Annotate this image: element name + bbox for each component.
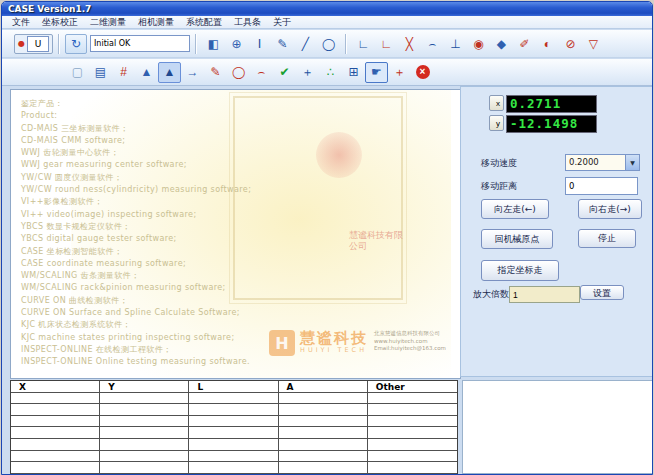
- goto-point-glyph: →: [187, 66, 199, 78]
- product-line-7: YW/CW round ness(cylindricity) measuring…: [21, 184, 451, 196]
- table-cell: [11, 439, 100, 451]
- plane-feature-tool-icon[interactable]: ◆: [490, 33, 513, 54]
- product-line-16: CURVE ON 曲线检测软件；: [21, 295, 451, 307]
- pen-tool-icon[interactable]: ✎: [271, 33, 294, 54]
- arc-tool-icon[interactable]: ⌢: [421, 33, 444, 54]
- runout-tool-icon[interactable]: ⊘: [559, 33, 582, 54]
- title-bar[interactable]: CASE Version1.7: [2, 2, 652, 16]
- result-output-panel[interactable]: [462, 380, 653, 474]
- refresh-icon[interactable]: ↻: [65, 34, 87, 54]
- distance-input[interactable]: [565, 177, 638, 195]
- x-axis-button[interactable]: x: [489, 95, 504, 111]
- scatter-points-icon[interactable]: ∴: [319, 62, 342, 83]
- product-line-2: CD-MAIS 三坐标测量软件；: [21, 123, 451, 135]
- product-line-10: YBCS 数显卡规检定仪软件；: [21, 221, 451, 233]
- distance-feature-tool-icon[interactable]: ◐: [536, 33, 559, 54]
- table-cell: [368, 404, 457, 416]
- menu-item-3[interactable]: 相机测量: [132, 16, 180, 29]
- move-left-button[interactable]: 向左走(←): [481, 199, 549, 219]
- probe-tool-icon[interactable]: ⊕: [225, 33, 248, 54]
- set-button[interactable]: 设置: [580, 285, 624, 300]
- move-right-button[interactable]: 向右走(→): [578, 199, 642, 219]
- goto-coordinate-button[interactable]: 指定坐标走: [481, 260, 559, 281]
- red-plus-icon[interactable]: ＋: [388, 62, 411, 83]
- new-page-icon[interactable]: ▢: [66, 62, 89, 83]
- table-cell: [189, 427, 278, 439]
- stop-close-icon[interactable]: ×: [411, 62, 434, 83]
- hash-marks-icon[interactable]: #: [112, 62, 135, 83]
- logo-company: 北京慧谧信息科技有限公司: [374, 330, 446, 338]
- grid-window-icon[interactable]: ⊞: [342, 62, 365, 83]
- menu-item-6[interactable]: 关于: [267, 16, 297, 29]
- menu-item-2[interactable]: 二维测量: [84, 16, 132, 29]
- red-plus-glyph: ＋: [394, 66, 406, 78]
- product-line-13: CASE coordinate measuring software;: [21, 258, 451, 270]
- circle-feature-tool-icon[interactable]: ◉: [467, 33, 490, 54]
- intersection-tool-icon[interactable]: ╳: [398, 33, 421, 54]
- speed-combobox[interactable]: 0.2000 ▼: [565, 154, 640, 171]
- axis-value-box[interactable]: U: [27, 36, 49, 52]
- arc-rotate-icon[interactable]: ⌢: [250, 62, 273, 83]
- y-dro-display: -12.1498: [506, 115, 597, 133]
- perpendicular-tool-glyph: ⊥: [450, 38, 460, 50]
- table-cell: [11, 462, 100, 474]
- toolbar-separator: [58, 34, 60, 54]
- table-cell: [368, 427, 457, 439]
- toolbar-view: ▢▤#▲▲→✎◯⌢✔＋∴⊞☛＋×: [2, 59, 652, 86]
- pen-feature-tool-icon[interactable]: ✐: [513, 33, 536, 54]
- zoom-factor-input[interactable]: [509, 286, 580, 303]
- table-cell: [368, 416, 457, 428]
- text-tool-icon[interactable]: Ⅰ: [248, 33, 271, 54]
- funnel-tool-icon[interactable]: ▽: [582, 33, 605, 54]
- circle-rotate-icon[interactable]: ◯: [227, 62, 250, 83]
- runout-tool-glyph: ⊘: [565, 38, 575, 50]
- sketch-plane-tool-icon[interactable]: ◧: [202, 33, 225, 54]
- toolbar-separator: [195, 34, 197, 54]
- line-tool-icon[interactable]: ╱: [294, 33, 317, 54]
- table-cell: [279, 416, 368, 428]
- angle-measure-tool-icon[interactable]: ∟: [375, 33, 398, 54]
- status-input[interactable]: [90, 35, 190, 52]
- chart-view-active-icon[interactable]: ▲: [158, 62, 181, 83]
- chevron-down-icon[interactable]: ▼: [625, 155, 639, 170]
- circle-feature-tool-glyph: ◉: [473, 38, 483, 50]
- y-axis-button[interactable]: y: [489, 115, 504, 131]
- logo-h-icon: H: [269, 330, 295, 356]
- pan-hand-icon[interactable]: ☛: [365, 62, 388, 83]
- table-cell: [368, 439, 457, 451]
- product-line-14: WM/SCALING 齿条测量软件；: [21, 270, 451, 282]
- pen-tool-glyph: ✎: [277, 38, 287, 50]
- move-cross-icon[interactable]: ＋: [296, 62, 319, 83]
- stop-button[interactable]: 停止: [578, 229, 636, 248]
- goto-point-icon[interactable]: →: [181, 62, 204, 83]
- measurement-table[interactable]: XYLAOther: [10, 380, 458, 474]
- table-cell: [279, 451, 368, 463]
- perpendicular-tool-icon[interactable]: ⊥: [444, 33, 467, 54]
- plane-feature-tool-glyph: ◆: [497, 38, 506, 50]
- ellipse-tool-glyph: ◯: [322, 38, 335, 50]
- table-cell: [11, 416, 100, 428]
- angle-tool-icon[interactable]: ∟: [352, 33, 375, 54]
- grid-window-glyph: ⊞: [348, 66, 358, 78]
- menu-item-1[interactable]: 坐标校正: [36, 16, 84, 29]
- toolbar-measure: ● U ↻ ◧⊕Ⅰ✎╱◯ ∟∟╳⌢⊥◉◆✐◐⊘▽: [2, 30, 652, 58]
- home-button[interactable]: 回机械原点: [481, 229, 553, 249]
- product-line-15: WM/SCALING rack&pinion measuring softwar…: [21, 282, 451, 294]
- document-view[interactable]: 慧谧科技有限公司 鉴定产品：Product:CD-MAIS 三坐标测量软件；CD…: [10, 89, 461, 379]
- table-cell: [279, 393, 368, 405]
- menu-item-4[interactable]: 系统配置: [180, 16, 228, 29]
- menu-item-0[interactable]: 文件: [6, 16, 36, 29]
- chart-view-icon[interactable]: ▲: [135, 62, 158, 83]
- logo-website: www.huiyitech.com: [374, 338, 446, 346]
- pen-add-icon[interactable]: ✎: [204, 62, 227, 83]
- ellipse-tool-icon[interactable]: ◯: [317, 33, 340, 54]
- table-cell: [11, 427, 100, 439]
- table-header-l: L: [189, 381, 278, 393]
- table-cell: [100, 404, 189, 416]
- confirm-check-icon[interactable]: ✔: [273, 62, 296, 83]
- table-cell: [368, 462, 457, 474]
- new-page-glyph: ▢: [72, 66, 83, 78]
- image-view-icon[interactable]: ▤: [89, 62, 112, 83]
- table-cell: [100, 393, 189, 405]
- menu-item-5[interactable]: 工具条: [228, 16, 267, 29]
